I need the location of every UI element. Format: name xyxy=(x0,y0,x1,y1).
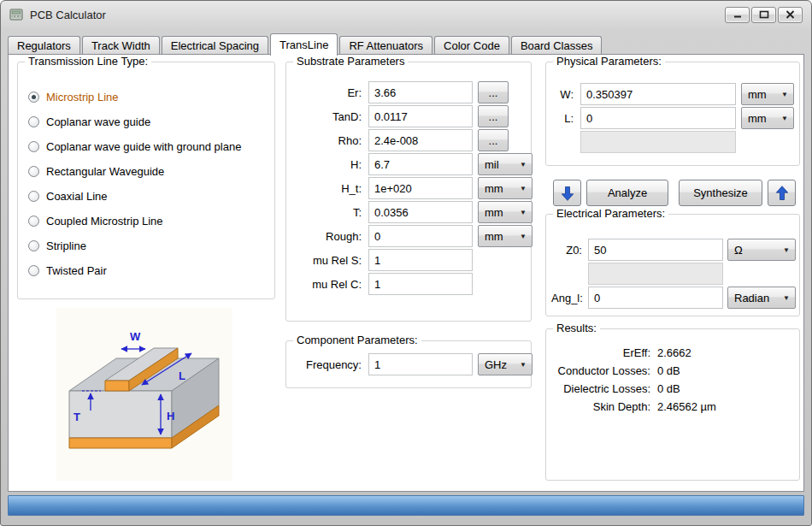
chevron-down-icon: ▼ xyxy=(520,185,527,192)
tab-regulators[interactable]: Regulators xyxy=(8,36,80,55)
radio-icon xyxy=(28,141,39,152)
radio-icon xyxy=(28,265,39,276)
minimize-button[interactable] xyxy=(725,7,750,23)
rough-input[interactable] xyxy=(368,225,473,247)
close-button[interactable] xyxy=(778,7,803,23)
ht-input[interactable] xyxy=(368,177,473,199)
radio-icon xyxy=(28,191,39,202)
combo-value: mm xyxy=(485,230,503,243)
ereff-value: 2.6662 xyxy=(657,346,794,359)
radio-icon xyxy=(28,92,39,103)
diagram-label-w: W xyxy=(130,330,141,343)
analyze-button[interactable]: Analyze xyxy=(586,180,668,206)
tab-track-width[interactable]: Track Width xyxy=(82,36,160,55)
electrical-fields: Z0: Ω▼ Ang_l: Radian▼ xyxy=(546,215,799,309)
group-title: Physical Parameters: xyxy=(553,55,665,68)
caption-buttons xyxy=(725,7,803,23)
l-input[interactable] xyxy=(580,107,736,129)
radio-label: Coplanar wave guide with ground plane xyxy=(46,140,241,153)
w-unit-select[interactable]: mm▼ xyxy=(741,83,794,105)
h-unit-select[interactable]: mil▼ xyxy=(478,153,533,175)
arrow-down-icon xyxy=(559,185,576,202)
rho-input[interactable] xyxy=(368,129,473,151)
transmission-line-options: Microstrip Line Coplanar wave guide Copl… xyxy=(18,62,274,283)
radio-icon xyxy=(28,116,39,127)
electrical-output-field xyxy=(588,263,723,285)
w-label: W: xyxy=(551,88,575,101)
tand-more-button[interactable]: ... xyxy=(478,105,509,127)
radio-label: Coplanar wave guide xyxy=(46,115,150,128)
titlebar[interactable]: PCB Calculator xyxy=(1,1,811,28)
w-input[interactable] xyxy=(580,83,736,105)
er-input[interactable] xyxy=(368,81,473,103)
close-icon xyxy=(786,10,795,19)
tab-transline[interactable]: TransLine xyxy=(270,33,338,56)
radio-icon xyxy=(28,166,39,177)
transline-panel: Transmission Line Type: Microstrip Line … xyxy=(8,54,804,492)
results-fields: ErEff: 2.6662 Conductor Losses: 0 dB Die… xyxy=(546,329,799,413)
l-label: L: xyxy=(551,112,575,125)
chevron-down-icon: ▼ xyxy=(520,233,527,240)
chevron-down-icon: ▼ xyxy=(781,115,788,122)
rho-more-button[interactable]: ... xyxy=(478,129,509,151)
radio-stripline[interactable]: Stripline xyxy=(28,233,269,258)
rough-unit-select[interactable]: mm▼ xyxy=(478,225,533,247)
tab-color-code[interactable]: Color Code xyxy=(434,36,509,55)
dielectric-losses-label: Dielectric Losses: xyxy=(550,382,650,395)
mu-rel-c-input[interactable] xyxy=(368,273,473,295)
radio-twisted-pair[interactable]: Twisted Pair xyxy=(28,258,269,283)
radio-coupled-microstrip-line[interactable]: Coupled Microstrip Line xyxy=(28,209,269,233)
group-title: Results: xyxy=(553,322,600,334)
h-input[interactable] xyxy=(368,153,473,175)
microstrip-diagram: W L H T xyxy=(56,308,232,481)
chevron-down-icon: ▼ xyxy=(783,294,790,302)
bottom-bar xyxy=(8,495,804,516)
skin-depth-label: Skin Depth: xyxy=(550,400,650,413)
radio-coaxial-line[interactable]: Coaxial Line xyxy=(28,184,269,209)
er-more-button[interactable]: ... xyxy=(478,81,509,103)
synthesize-button[interactable]: Synthesize xyxy=(679,180,762,206)
chevron-down-icon: ▼ xyxy=(783,246,790,254)
combo-value: mm xyxy=(485,182,503,195)
conductor-losses-value: 0 dB xyxy=(657,364,794,377)
transmission-line-type-group: Transmission Line Type: Microstrip Line … xyxy=(17,62,275,299)
substrate-parameters-group: Substrate Parameters Er: ... TanD: ... R… xyxy=(285,62,532,322)
tab-rf-attenuators[interactable]: RF Attenuators xyxy=(339,36,432,55)
tab-board-classes[interactable]: Board Classes xyxy=(511,36,603,55)
radio-label: Microstrip Line xyxy=(46,91,119,103)
copy-up-button[interactable] xyxy=(768,180,796,206)
chevron-down-icon: ▼ xyxy=(520,361,527,369)
electrical-parameters-group: Electrical Parameters: Z0: Ω▼ Ang_l: Rad… xyxy=(545,214,800,316)
diagram-label-t: T xyxy=(74,411,80,423)
t-input[interactable] xyxy=(368,201,473,223)
radio-coplanar-wave-guide[interactable]: Coplanar wave guide xyxy=(28,109,269,134)
frequency-unit-select[interactable]: GHz▼ xyxy=(478,353,533,375)
radio-label: Rectangular Waveguide xyxy=(46,165,164,178)
radio-rectangular-waveguide[interactable]: Rectangular Waveguide xyxy=(28,159,269,184)
radio-icon xyxy=(28,240,39,251)
combo-value: mm xyxy=(748,112,767,125)
ang-l-unit-select[interactable]: Radian▼ xyxy=(727,287,796,309)
copy-down-button[interactable] xyxy=(553,180,581,206)
z0-unit-select[interactable]: Ω▼ xyxy=(727,239,796,261)
radio-microstrip-line[interactable]: Microstrip Line xyxy=(28,85,269,109)
t-unit-select[interactable]: mm▼ xyxy=(478,201,533,223)
z0-input[interactable] xyxy=(588,239,723,261)
diagram-label-l: L xyxy=(179,369,185,382)
l-unit-select[interactable]: mm▼ xyxy=(741,107,794,129)
group-title: Component Parameters: xyxy=(293,334,421,346)
maximize-button[interactable] xyxy=(751,7,776,23)
conductor-losses-label: Conductor Losses: xyxy=(550,364,650,377)
combo-value: Ω xyxy=(734,244,743,257)
skin-depth-value: 2.46562 µm xyxy=(657,400,794,413)
frequency-input[interactable] xyxy=(368,353,473,375)
dielectric-losses-value: 0 dB xyxy=(657,382,794,395)
radio-coplanar-wave-guide-ground[interactable]: Coplanar wave guide with ground plane xyxy=(28,134,269,159)
tab-electrical-spacing[interactable]: Electrical Spacing xyxy=(162,36,268,55)
radio-icon xyxy=(28,216,39,227)
radio-label: Coupled Microstrip Line xyxy=(46,215,163,228)
ang-l-input[interactable] xyxy=(588,287,723,309)
tand-input[interactable] xyxy=(368,105,473,127)
mu-rel-s-input[interactable] xyxy=(368,249,473,271)
ht-unit-select[interactable]: mm▼ xyxy=(478,177,533,199)
